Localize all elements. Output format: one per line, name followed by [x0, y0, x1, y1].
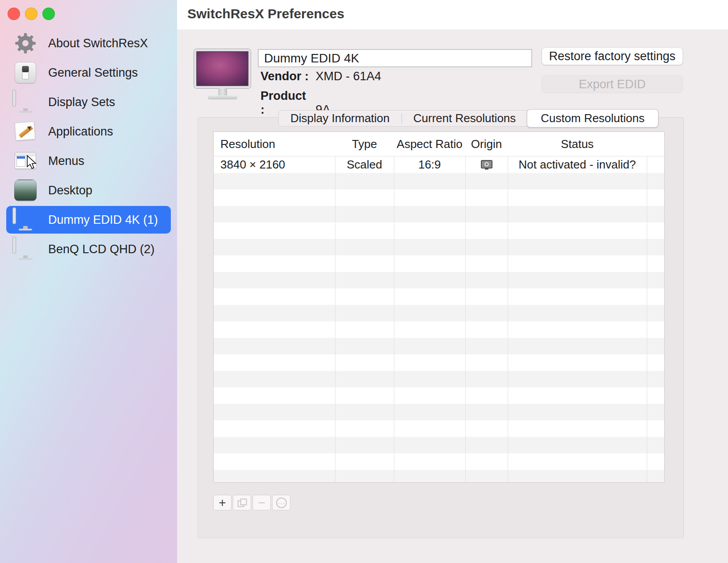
monitor-icon — [12, 90, 38, 115]
sidebar-item-label: General Settings — [48, 66, 138, 80]
vendor-value: XMD - 61A4 — [316, 70, 381, 83]
sidebar-item-label: Menus — [48, 154, 84, 168]
sidebar: About SwitchResX General Settings Displa… — [0, 0, 177, 563]
tab-display-information[interactable]: Display Information — [279, 111, 401, 126]
display-name-input[interactable] — [258, 49, 532, 67]
main-content: Vendor : XMD - 61A4 Product : 9A Restore… — [177, 29, 728, 563]
column-separator — [508, 132, 508, 482]
table-empty-rows — [214, 156, 664, 482]
sidebar-item-label: Dummy EDID 4K (1) — [48, 213, 158, 227]
switch-icon — [12, 60, 38, 85]
sidebar-list: About SwitchResX General Settings Displa… — [6, 29, 171, 265]
desktop-icon — [12, 178, 38, 203]
sidebar-item-label: About SwitchResX — [48, 37, 148, 50]
add-resolution-button[interactable]: + — [213, 495, 232, 510]
mouse-cursor-icon — [26, 155, 39, 170]
ellipsis-icon: … — [276, 497, 287, 508]
sidebar-item-label: Display Sets — [48, 95, 115, 109]
switchresx-preferences-window: About SwitchResX General Settings Displa… — [0, 0, 728, 563]
header-origin[interactable]: Origin — [465, 137, 508, 151]
restore-factory-settings-button[interactable]: Restore factory settings — [542, 47, 683, 65]
monitor-icon — [12, 207, 38, 232]
table-row[interactable]: 3840 × 2160 Scaled 16:9 Not activated - … — [214, 156, 664, 173]
display-monitor-image — [194, 49, 251, 102]
sidebar-item-benq-lcd-qhd[interactable]: BenQ LCD QHD (2) — [6, 235, 171, 263]
sidebar-item-dummy-edid-4k[interactable]: Dummy EDID 4K (1) — [6, 206, 171, 234]
window-title: SwitchResX Preferences — [187, 6, 344, 21]
header-resolution[interactable]: Resolution — [214, 137, 335, 151]
vendor-label: Vendor : — [261, 70, 312, 83]
sidebar-item-applications[interactable]: Applications — [6, 118, 171, 145]
applications-icon — [12, 119, 38, 144]
zoom-button[interactable] — [42, 8, 55, 20]
cell-status: Not activated - invalid? — [508, 158, 647, 172]
minimize-button[interactable] — [25, 8, 37, 20]
column-separator — [394, 132, 394, 482]
duplicate-resolution-button[interactable] — [233, 495, 251, 510]
table-toolbar: + − … — [213, 495, 290, 510]
export-edid-button[interactable]: Export EDID — [542, 75, 683, 93]
sidebar-item-display-sets[interactable]: Display Sets — [6, 88, 171, 116]
sidebar-item-general-settings[interactable]: General Settings — [6, 59, 171, 86]
app-origin-icon — [481, 160, 492, 170]
tab-current-resolutions[interactable]: Current Resolutions — [402, 111, 528, 126]
gear-icon — [12, 31, 38, 56]
column-separator — [647, 132, 647, 482]
header-aspect-ratio[interactable]: Aspect Ratio — [394, 137, 465, 151]
duplicate-icon — [237, 498, 247, 507]
cell-aspect-ratio: 16:9 — [394, 158, 465, 172]
tab-bar: Display Information Current Resolutions … — [278, 110, 658, 127]
title-bar: SwitchResX Preferences — [177, 0, 728, 29]
sidebar-item-desktop[interactable]: Desktop — [6, 177, 171, 204]
cell-resolution: 3840 × 2160 — [214, 158, 335, 172]
cell-type: Scaled — [335, 158, 394, 172]
window-controls — [8, 8, 55, 20]
sidebar-item-about[interactable]: About SwitchResX — [6, 29, 171, 57]
remove-resolution-button[interactable]: − — [252, 495, 271, 510]
column-separator — [335, 132, 335, 482]
close-button[interactable] — [8, 8, 20, 20]
header-type[interactable]: Type — [335, 137, 394, 151]
cell-origin — [465, 160, 508, 170]
sidebar-item-label: BenQ LCD QHD (2) — [48, 242, 155, 256]
table-header-row: Resolution Type Aspect Ratio Origin Stat… — [214, 132, 664, 156]
resolutions-table: Resolution Type Aspect Ratio Origin Stat… — [213, 132, 665, 483]
header-status[interactable]: Status — [508, 137, 647, 151]
vendor-row: Vendor : XMD - 61A4 — [261, 70, 381, 83]
sidebar-item-label: Desktop — [48, 184, 92, 197]
tab-custom-resolutions[interactable]: Custom Resolutions — [527, 109, 658, 127]
column-separator — [465, 132, 466, 482]
monitor-icon — [12, 237, 38, 262]
sidebar-item-label: Applications — [48, 125, 113, 139]
more-options-button[interactable]: … — [272, 495, 290, 510]
